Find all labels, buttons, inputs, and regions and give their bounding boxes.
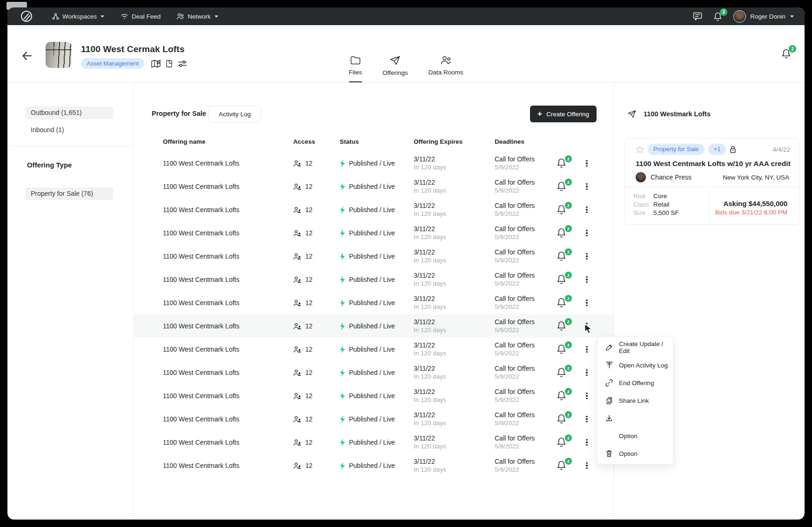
col-status: Status — [340, 138, 414, 145]
sidebar-item-outbound[interactable]: Outbound (1,651) — [26, 107, 113, 119]
author-name: Chance Press — [651, 173, 691, 181]
brand-logo-icon[interactable] — [20, 9, 34, 23]
sidebar-item-property-for-sale[interactable]: Property for Sale (76) — [26, 187, 113, 200]
expires-cell: 3/11/22 In 120 days — [414, 201, 495, 218]
table-row[interactable]: 1100 West Centmark Lofts 12 Published / … — [134, 175, 614, 198]
card-location: New York City, NY, USA — [723, 174, 789, 181]
deadlines-cell: Call for Offers 5/9/2022 — [495, 155, 557, 172]
row-notifications-button[interactable]: 2 — [557, 367, 568, 378]
table-row[interactable]: 1100 West Centmark Lofts 12 Published / … — [134, 268, 614, 291]
row-menu-button[interactable] — [583, 160, 591, 167]
table-row[interactable]: 1100 West Centmark Lofts 12 Published / … — [134, 198, 614, 221]
row-notifications-button[interactable]: 2 — [557, 274, 568, 285]
lightning-icon — [340, 160, 345, 167]
col-deadlines: Deadlines — [495, 138, 557, 145]
row-menu-button[interactable] — [583, 230, 591, 237]
property-thumbnail[interactable] — [46, 42, 72, 68]
nav-network[interactable]: Network — [176, 13, 219, 20]
folder-icon — [350, 55, 361, 65]
nav-deal-feed[interactable]: Deal Feed — [121, 13, 161, 20]
table-row[interactable]: 1100 West Centmark Lofts 12 Published / … — [134, 245, 614, 268]
back-button[interactable] — [21, 50, 33, 61]
row-notifications-button[interactable]: 2 — [557, 204, 568, 215]
col-offering-name: Offering name — [163, 138, 293, 145]
activity-log-button[interactable]: Activity Log — [208, 106, 262, 122]
row-notifications-button[interactable]: 2 — [557, 390, 568, 401]
lightning-icon — [340, 322, 345, 330]
row-notifications-button[interactable]: 2 — [557, 251, 568, 262]
tab-files[interactable]: Files — [349, 55, 362, 82]
row-context-menu: Create Update / Edit Open Activity Log E… — [597, 336, 673, 465]
card-tag: Property for Sale — [648, 144, 705, 155]
row-menu-button[interactable] — [583, 416, 591, 423]
row-notifications-button[interactable]: 2 — [557, 344, 568, 355]
menu-item-open-activity-log[interactable]: Open Activity Log — [597, 356, 673, 374]
table-row[interactable]: 1100 West Centmark Lofts 12 Published / … — [134, 431, 614, 454]
row-menu-button[interactable] — [583, 393, 591, 400]
access-cell: 12 — [293, 392, 340, 400]
header-notifications-button[interactable]: 2 — [781, 48, 791, 59]
table-row[interactable]: 1100 West Centmark Lofts 12 Published / … — [134, 454, 614, 477]
card-date: 4/4/22 — [772, 146, 790, 153]
status-cell: Published / Live — [340, 253, 414, 260]
row-notifications-button[interactable]: 2 — [557, 437, 568, 448]
table-row[interactable]: 1100 West Centmark Lofts 12 Published / … — [134, 338, 614, 361]
table-header: Offering name Access Status Offering Exp… — [134, 135, 614, 148]
stat-value: Retail — [653, 200, 670, 209]
stat-value: Core — [653, 192, 667, 200]
offering-name-cell: 1100 West Centmark Lofts — [163, 392, 293, 400]
table-row[interactable]: 1100 West Centmark Lofts 12 Published / … — [134, 361, 614, 384]
menu-item-download[interactable] — [597, 409, 673, 427]
sidebar-item-inbound[interactable]: Inbound (1) — [26, 124, 113, 136]
menu-item-end-offering[interactable]: End Offering — [597, 374, 673, 392]
access-cell: 12 — [293, 229, 340, 237]
menu-item-create-update[interactable]: Create Update / Edit — [597, 339, 673, 356]
user-menu[interactable]: Roger Donin — [733, 10, 794, 23]
offering-card[interactable]: Property for Sale +1 4/4/22 1100 West Ce… — [624, 138, 800, 225]
row-notifications-button[interactable]: 2 — [557, 227, 568, 239]
table-row[interactable]: 1100 West Centmark Lofts 12 Published / … — [134, 152, 614, 175]
table-row[interactable]: 1100 West Centmark Lofts 12 Published / … — [134, 314, 614, 338]
floorplan-icon[interactable] — [166, 60, 173, 68]
row-menu-button[interactable] — [583, 276, 591, 283]
row-notifications-button[interactable]: 2 — [557, 460, 568, 471]
notifications-button[interactable]: 2 — [713, 12, 722, 21]
expires-cell: 3/11/22 In 120 days — [414, 271, 495, 288]
menu-item-option[interactable]: Option — [597, 427, 673, 445]
active-view-label[interactable]: Property for Sale — [152, 110, 206, 117]
row-notifications-button[interactable]: 2 — [557, 320, 568, 332]
row-menu-button[interactable] — [583, 183, 591, 190]
access-cell: 12 — [293, 369, 340, 376]
map-icon[interactable] — [151, 59, 161, 68]
tab-offerings[interactable]: Offerings — [383, 55, 408, 82]
filters-sidebar: Outbound (1,651) Inbound (1) Offering Ty… — [7, 83, 134, 520]
page-title: 1100 West Cermak Lofts — [81, 44, 185, 54]
row-menu-button[interactable] — [583, 439, 591, 446]
row-menu-button[interactable] — [583, 462, 591, 469]
nav-workspaces[interactable]: Workspaces — [52, 13, 105, 20]
access-users-icon — [293, 230, 302, 237]
row-notifications-button[interactable]: 2 — [557, 158, 568, 169]
star-icon[interactable] — [636, 146, 644, 153]
filters-icon[interactable] — [177, 60, 188, 68]
messages-button[interactable] — [693, 12, 702, 20]
tab-data-rooms[interactable]: Data Rooms — [429, 55, 463, 82]
row-notifications-button[interactable]: 2 — [557, 297, 568, 308]
row-menu-button[interactable] — [583, 346, 591, 353]
lightning-icon — [340, 369, 345, 377]
table-row[interactable]: 1100 West Centmark Lofts 12 Published / … — [134, 384, 614, 407]
create-offering-button[interactable]: + Create Offering — [530, 106, 597, 122]
row-menu-button[interactable] — [583, 300, 591, 307]
table-row[interactable]: 1100 West Centmark Lofts 12 Published / … — [134, 407, 614, 431]
menu-item-share-link[interactable]: Share Link — [597, 392, 673, 409]
row-menu-button[interactable] — [583, 369, 591, 376]
stat-label: Risk — [633, 192, 653, 200]
row-menu-button[interactable] — [583, 253, 591, 260]
row-notifications-button[interactable]: 2 — [557, 181, 568, 192]
table-row[interactable]: 1100 West Centmark Lofts 12 Published / … — [134, 221, 614, 245]
menu-item-option-delete[interactable]: Option — [597, 445, 673, 462]
table-row[interactable]: 1100 West Centmark Lofts 12 Published / … — [134, 291, 614, 314]
row-menu-button[interactable] — [583, 207, 591, 213]
status-cell: Published / Live — [340, 392, 414, 400]
row-notifications-button[interactable]: 2 — [557, 414, 568, 425]
